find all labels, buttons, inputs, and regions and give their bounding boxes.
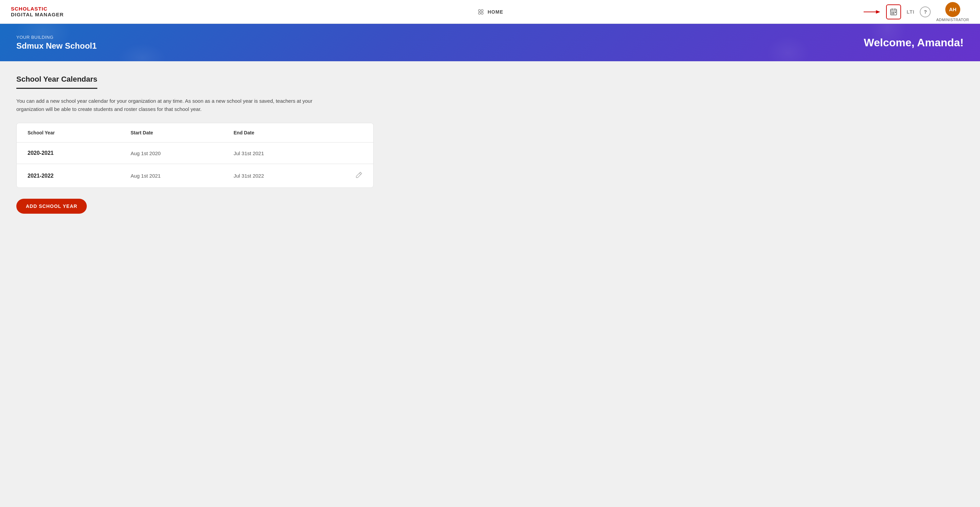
table-header: School Year Start Date End Date — [17, 123, 373, 143]
logo-scholastic: SCHOLASTIC — [11, 6, 64, 12]
svg-point-2 — [479, 12, 480, 14]
your-building-label: YOUR BUILDING — [16, 35, 97, 40]
calendar-icon — [890, 8, 897, 16]
banner: YOUR BUILDING Sdmux New School1 Welcome,… — [0, 24, 980, 61]
header: SCHOLASTIC DIGITAL MANAGER HOME — [0, 0, 980, 24]
svg-rect-13 — [891, 13, 892, 14]
svg-point-3 — [481, 12, 483, 14]
header-right: LTI ? AH ADMINISTRATOR — [864, 2, 969, 22]
avatar-button[interactable]: AH — [945, 2, 960, 17]
table-row: 2021-2022 Aug 1st 2021 Jul 31st 2022 — [17, 164, 373, 188]
school-name: Sdmux New School1 — [16, 41, 97, 51]
row-actions — [337, 172, 363, 180]
calendar-button[interactable] — [886, 5, 901, 19]
section-title: School Year Calendars — [16, 75, 97, 89]
col-actions — [337, 130, 363, 135]
help-button[interactable]: ? — [920, 6, 931, 17]
logo-digital-manager: DIGITAL MANAGER — [11, 12, 64, 18]
home-icon — [477, 8, 485, 16]
start-date-value: Aug 1st 2020 — [130, 150, 234, 156]
col-end-date: End Date — [234, 130, 337, 135]
logo: SCHOLASTIC DIGITAL MANAGER — [11, 6, 64, 17]
school-year-table: School Year Start Date End Date 2020-202… — [16, 123, 374, 188]
main-content: School Year Calendars You can add a new … — [0, 61, 980, 507]
end-date-value: Jul 31st 2021 — [234, 150, 337, 156]
year-value: 2021-2022 — [27, 173, 130, 179]
description: You can add a new school year calendar f… — [16, 97, 323, 113]
arrow-icon — [864, 7, 881, 17]
admin-label: ADMINISTRATOR — [936, 18, 969, 22]
home-nav[interactable]: HOME — [477, 8, 503, 16]
admin-area: AH ADMINISTRATOR — [936, 2, 969, 22]
svg-line-15 — [360, 173, 361, 175]
svg-rect-12 — [895, 12, 896, 13]
start-date-value: Aug 1st 2021 — [130, 173, 234, 179]
svg-marker-5 — [876, 10, 881, 14]
svg-rect-10 — [891, 12, 892, 13]
edit-icon[interactable] — [356, 172, 363, 180]
welcome-message: Welcome, Amanda! — [864, 37, 964, 49]
col-school-year: School Year — [27, 130, 130, 135]
year-value: 2020-2021 — [27, 150, 130, 156]
banner-left: YOUR BUILDING Sdmux New School1 — [16, 35, 97, 51]
svg-point-1 — [481, 10, 483, 11]
svg-rect-11 — [893, 12, 894, 13]
home-label: HOME — [488, 9, 503, 14]
col-start-date: Start Date — [130, 130, 234, 135]
lti-button[interactable]: LTI — [907, 9, 914, 14]
svg-rect-14 — [893, 13, 894, 14]
add-school-year-button[interactable]: ADD SCHOOL YEAR — [16, 199, 87, 214]
svg-point-0 — [479, 10, 480, 11]
table-row: 2020-2021 Aug 1st 2020 Jul 31st 2021 — [17, 143, 373, 164]
end-date-value: Jul 31st 2022 — [234, 173, 337, 179]
